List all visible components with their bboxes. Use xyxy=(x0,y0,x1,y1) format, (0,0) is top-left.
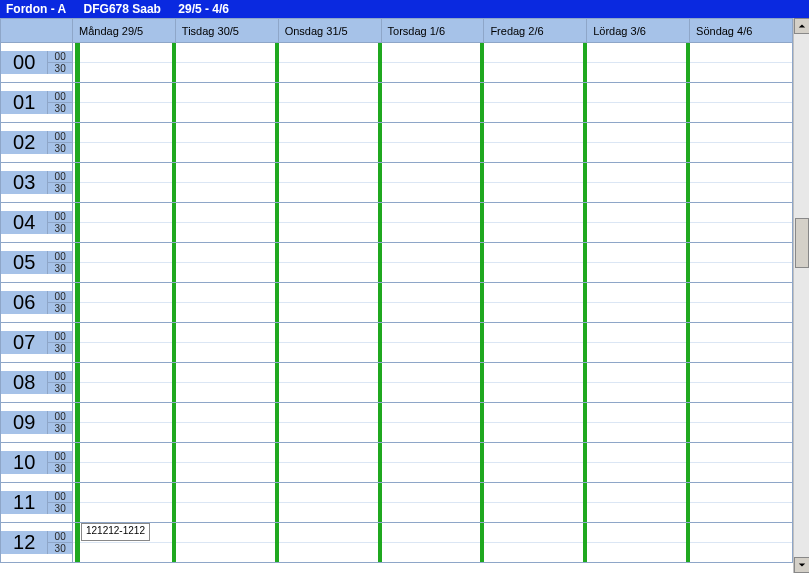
calendar-cell[interactable] xyxy=(690,83,793,123)
calendar-cell[interactable] xyxy=(278,483,381,523)
calendar-cell[interactable] xyxy=(278,243,381,283)
calendar-cell[interactable] xyxy=(381,83,484,123)
calendar-cell[interactable] xyxy=(73,323,176,363)
calendar-cell[interactable] xyxy=(175,83,278,123)
calendar-cell[interactable] xyxy=(484,43,587,83)
scroll-up-button[interactable] xyxy=(794,18,809,34)
calendar-cell[interactable] xyxy=(381,363,484,403)
calendar-cell[interactable] xyxy=(175,123,278,163)
calendar-cell[interactable] xyxy=(484,123,587,163)
calendar-cell[interactable] xyxy=(381,443,484,483)
calendar-cell[interactable] xyxy=(278,363,381,403)
calendar-cell[interactable] xyxy=(484,283,587,323)
calendar-cell[interactable] xyxy=(73,443,176,483)
calendar-cell[interactable] xyxy=(175,283,278,323)
calendar-cell[interactable] xyxy=(175,43,278,83)
calendar-cell[interactable] xyxy=(587,403,690,443)
calendar-cell[interactable] xyxy=(73,363,176,403)
calendar-cell[interactable] xyxy=(278,283,381,323)
calendar-cell[interactable] xyxy=(381,323,484,363)
calendar-cell[interactable] xyxy=(73,203,176,243)
calendar-cell[interactable] xyxy=(484,443,587,483)
calendar-cell[interactable] xyxy=(690,123,793,163)
calendar-cell[interactable] xyxy=(690,243,793,283)
calendar-cell[interactable] xyxy=(73,163,176,203)
calendar-cell[interactable] xyxy=(278,523,381,563)
day-header[interactable]: Onsdag 31/5 xyxy=(278,19,381,43)
calendar-cell[interactable] xyxy=(690,523,793,563)
calendar-cell[interactable] xyxy=(587,43,690,83)
day-header[interactable]: Torsdag 1/6 xyxy=(381,19,484,43)
day-header[interactable]: Måndag 29/5 xyxy=(73,19,176,43)
calendar-cell[interactable] xyxy=(73,83,176,123)
calendar-cell[interactable] xyxy=(175,403,278,443)
calendar-cell[interactable] xyxy=(690,403,793,443)
calendar-cell[interactable] xyxy=(73,483,176,523)
calendar-cell[interactable] xyxy=(587,123,690,163)
calendar-cell[interactable] xyxy=(381,283,484,323)
calendar-cell[interactable] xyxy=(381,43,484,83)
calendar-cell[interactable] xyxy=(484,323,587,363)
day-header[interactable]: Fredag 2/6 xyxy=(484,19,587,43)
scroll-down-button[interactable] xyxy=(794,557,809,573)
calendar-cell[interactable] xyxy=(175,323,278,363)
calendar-cell[interactable] xyxy=(175,483,278,523)
calendar-cell[interactable] xyxy=(175,203,278,243)
calendar-cell[interactable] xyxy=(690,443,793,483)
calendar-cell[interactable] xyxy=(175,243,278,283)
calendar-cell[interactable] xyxy=(278,203,381,243)
calendar-cell[interactable] xyxy=(73,403,176,443)
calendar-cell[interactable] xyxy=(278,123,381,163)
calendar-cell[interactable] xyxy=(484,523,587,563)
calendar-cell[interactable] xyxy=(690,203,793,243)
calendar-cell[interactable] xyxy=(690,363,793,403)
calendar-cell[interactable] xyxy=(381,523,484,563)
calendar-cell[interactable] xyxy=(587,203,690,243)
calendar-cell[interactable] xyxy=(690,163,793,203)
calendar-cell[interactable] xyxy=(175,163,278,203)
calendar-cell[interactable] xyxy=(484,203,587,243)
calendar-cell[interactable] xyxy=(73,243,176,283)
calendar-cell[interactable] xyxy=(587,323,690,363)
calendar-cell[interactable] xyxy=(278,403,381,443)
calendar-cell[interactable] xyxy=(690,43,793,83)
calendar-cell[interactable] xyxy=(381,243,484,283)
calendar-cell[interactable] xyxy=(381,163,484,203)
calendar-cell[interactable] xyxy=(381,123,484,163)
calendar-cell[interactable] xyxy=(278,443,381,483)
calendar-cell[interactable] xyxy=(278,43,381,83)
calendar-cell[interactable] xyxy=(381,203,484,243)
calendar-cell[interactable] xyxy=(484,363,587,403)
calendar-cell[interactable] xyxy=(278,323,381,363)
day-header[interactable]: Tisdag 30/5 xyxy=(175,19,278,43)
calendar-cell[interactable] xyxy=(587,363,690,403)
calendar-cell[interactable]: 121212-1212 xyxy=(73,523,176,563)
calendar-cell[interactable] xyxy=(484,83,587,123)
calendar-cell[interactable] xyxy=(73,123,176,163)
calendar-cell[interactable] xyxy=(690,323,793,363)
calendar-cell[interactable] xyxy=(690,483,793,523)
calendar-cell[interactable] xyxy=(73,283,176,323)
calendar-cell[interactable] xyxy=(484,243,587,283)
calendar-cell[interactable] xyxy=(381,483,484,523)
calendar-cell[interactable] xyxy=(484,483,587,523)
calendar-cell[interactable] xyxy=(587,523,690,563)
calendar-cell[interactable] xyxy=(587,243,690,283)
calendar-cell[interactable] xyxy=(484,403,587,443)
calendar-cell[interactable] xyxy=(587,163,690,203)
calendar-cell[interactable] xyxy=(381,403,484,443)
calendar-cell[interactable] xyxy=(175,443,278,483)
calendar-cell[interactable] xyxy=(587,83,690,123)
scroll-thumb[interactable] xyxy=(795,218,809,268)
calendar-cell[interactable] xyxy=(73,43,176,83)
calendar-cell[interactable] xyxy=(175,523,278,563)
calendar-cell[interactable] xyxy=(278,163,381,203)
vertical-scrollbar[interactable] xyxy=(793,18,809,573)
calendar-cell[interactable] xyxy=(587,283,690,323)
calendar-cell[interactable] xyxy=(278,83,381,123)
calendar-cell[interactable] xyxy=(175,363,278,403)
day-header[interactable]: Lördag 3/6 xyxy=(587,19,690,43)
calendar-cell[interactable] xyxy=(484,163,587,203)
calendar-cell[interactable] xyxy=(587,483,690,523)
calendar-event[interactable]: 121212-1212 xyxy=(81,523,150,541)
